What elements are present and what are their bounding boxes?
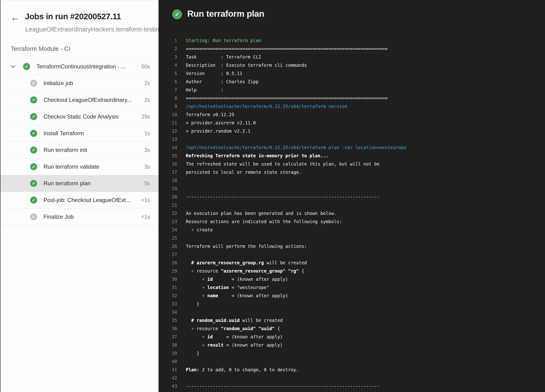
job-row-parent[interactable]: ✓ TerraformContinuousIntegration - ... 5… xyxy=(0,58,159,75)
log-line-number[interactable]: 11 xyxy=(159,119,177,127)
job-label: TerraformContinuousIntegration - ... xyxy=(37,63,141,70)
log-output: 1Starting: Run terraform plan2==========… xyxy=(159,37,545,390)
job-step-row[interactable]: ✓Checkout LeagueOfExtraordinary...2s xyxy=(0,92,159,108)
success-icon: ✓ xyxy=(172,9,182,19)
log-line-number[interactable]: 21 xyxy=(159,201,177,209)
log-line: 21 xyxy=(159,201,545,209)
log-line-number[interactable]: 22 xyxy=(159,209,177,218)
log-line-number[interactable]: 9 xyxy=(159,102,177,110)
log-line-number[interactable]: 27 xyxy=(159,251,177,259)
job-step-row[interactable]: ✓Run terraform init3s xyxy=(0,142,159,159)
job-step-row[interactable]: ✓Run terraform plan5s xyxy=(0,175,159,192)
step-label: Run terraform plan xyxy=(43,180,144,187)
log-line-number[interactable]: 7 xyxy=(159,86,177,94)
log-line: 3Task : Terraform CLI xyxy=(159,53,545,61)
step-label: Checkout LeagueOfExtraordinary... xyxy=(43,97,144,103)
log-line-number[interactable]: 12 xyxy=(159,127,177,135)
log-line-number[interactable]: 18 xyxy=(159,176,177,185)
log-line-number[interactable]: 23 xyxy=(159,218,177,226)
log-header: ✓ Run terraform plan xyxy=(159,0,545,28)
log-line-number[interactable]: 36 xyxy=(159,325,177,333)
log-line: 8=======================================… xyxy=(159,94,545,102)
log-line: 26Terraform will perform the following a… xyxy=(159,242,545,251)
log-line-number[interactable]: 2 xyxy=(159,45,177,53)
log-line: 25 xyxy=(159,234,545,242)
log-line-number[interactable]: 19 xyxy=(159,185,177,193)
log-line: 42 xyxy=(159,374,545,382)
log-line-text: # azurerm_resource_group.rg will be crea… xyxy=(177,259,307,267)
chevron-down-icon[interactable] xyxy=(10,64,16,69)
step-duration: 2s xyxy=(144,80,150,86)
job-step-row[interactable]: ✓Checkov Static Code Analysis29s xyxy=(0,108,159,125)
log-line-text: } xyxy=(177,300,199,308)
job-step-row[interactable]: ✓Run terraform validate3s xyxy=(0,159,159,175)
log-line-number[interactable]: 38 xyxy=(159,341,177,349)
log-line-text: + provider.azurerm v2.11.0 xyxy=(177,119,256,127)
log-line-number[interactable]: 20 xyxy=(159,193,177,201)
log-line: 4Description : Execute terraform cli com… xyxy=(159,61,545,69)
log-line-number[interactable]: 14 xyxy=(159,143,177,152)
log-line-number[interactable]: 5 xyxy=(159,69,177,78)
log-line: 14/opt/hostedtoolcache/terraform/0.12.25… xyxy=(159,143,545,152)
log-line-number[interactable]: 40 xyxy=(159,357,177,366)
step-label: Run terraform init xyxy=(43,147,144,153)
job-step-row[interactable]: ✓Initialize job2s xyxy=(0,75,159,92)
log-line-number[interactable]: 42 xyxy=(159,374,177,382)
log-line-number[interactable]: 43 xyxy=(159,382,177,390)
log-line-text: Terraform v0.12.25 xyxy=(177,110,234,119)
log-line-number[interactable]: 41 xyxy=(159,366,177,374)
log-line: 19 xyxy=(159,185,545,193)
log-line-number[interactable]: 3 xyxy=(159,53,177,61)
log-line-number[interactable]: 13 xyxy=(159,135,177,143)
job-step-row[interactable]: ✓Post-job: Checkout LeagueOfExt...<1s xyxy=(0,192,159,208)
log-line-number[interactable]: 24 xyxy=(159,226,177,234)
log-line: 39 } xyxy=(159,349,545,357)
log-line: 24 + create xyxy=(159,226,545,234)
log-line-number[interactable]: 34 xyxy=(159,308,177,316)
step-label: Run terraform validate xyxy=(43,163,144,170)
log-line-text xyxy=(177,374,186,382)
log-line-text: The refreshed state will be used to calc… xyxy=(177,160,380,168)
log-line-number[interactable]: 8 xyxy=(159,94,177,102)
log-line-text: persisted to local or remote state stora… xyxy=(177,168,302,176)
log-line-text: /opt/hostedtoolcache/terraform/0.12.25/x… xyxy=(177,143,406,152)
job-step-row[interactable]: ✓Install Terraform1s xyxy=(0,125,159,142)
log-line: 18 xyxy=(159,176,545,185)
log-line: 38 + result = (known after apply) xyxy=(159,341,545,349)
log-line-number[interactable]: 17 xyxy=(159,168,177,176)
log-line-number[interactable]: 28 xyxy=(159,259,177,267)
log-line-text: Description : Execute terraform cli comm… xyxy=(177,61,307,69)
log-line: 43--------------------------------------… xyxy=(159,382,545,390)
log-line: 22An execution plan has been generated a… xyxy=(159,209,545,218)
log-line-text: /opt/hostedtoolcache/terraform/0.12.25/x… xyxy=(177,102,347,110)
log-line-number[interactable]: 37 xyxy=(159,333,177,341)
log-line: 11+ provider.azurerm v2.11.0 xyxy=(159,119,545,127)
step-duration: 1s xyxy=(144,130,150,137)
log-line-number[interactable]: 29 xyxy=(159,267,177,275)
step-duration: <1s xyxy=(141,197,150,203)
log-line-text: } xyxy=(177,349,199,357)
log-line-number[interactable]: 10 xyxy=(159,110,177,119)
log-line-number[interactable]: 15 xyxy=(159,152,177,160)
log-line-number[interactable]: 31 xyxy=(159,283,177,292)
back-button[interactable]: ← xyxy=(10,13,20,22)
job-duration: 50s xyxy=(141,63,150,70)
log-line: 9/opt/hostedtoolcache/terraform/0.12.25/… xyxy=(159,102,545,110)
log-line-number[interactable]: 39 xyxy=(159,349,177,357)
log-line-number[interactable]: 1 xyxy=(159,37,177,45)
log-line-number[interactable]: 16 xyxy=(159,160,177,168)
log-line-number[interactable]: 26 xyxy=(159,242,177,251)
log-line-number[interactable]: 4 xyxy=(159,61,177,69)
log-line-number[interactable]: 25 xyxy=(159,234,177,242)
log-line-number[interactable]: 33 xyxy=(159,300,177,308)
log-line-number[interactable]: 35 xyxy=(159,316,177,325)
log-line-text xyxy=(177,234,186,242)
neutral-check-icon: ✓ xyxy=(30,80,37,87)
log-line-number[interactable]: 32 xyxy=(159,292,177,300)
log-line-number[interactable]: 30 xyxy=(159,275,177,283)
pipeline-name: LeagueOfExtraordinaryHackers.terraform-t… xyxy=(25,26,162,33)
log-line: 36 + resource "random_uuid" "uuid" { xyxy=(159,325,545,333)
job-step-row[interactable]: ✓Finalize Job<1s xyxy=(0,208,159,225)
log-line-number[interactable]: 6 xyxy=(159,78,177,86)
step-duration: 3s xyxy=(144,164,150,170)
